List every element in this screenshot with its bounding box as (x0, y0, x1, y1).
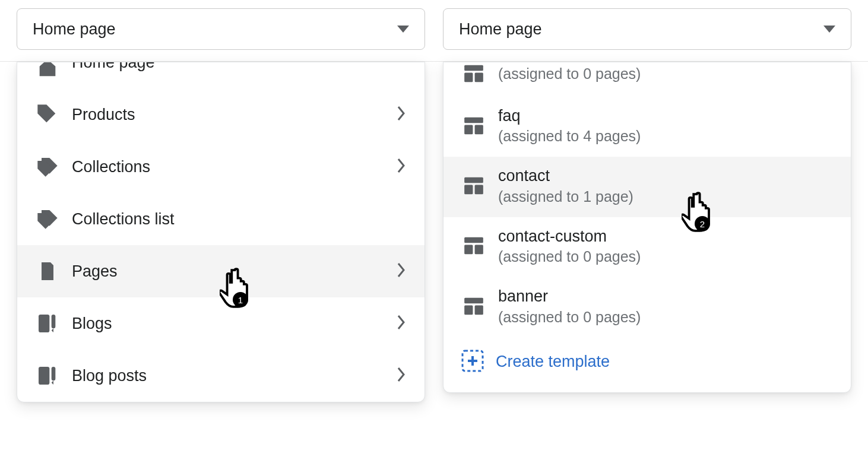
tag-icon (35, 103, 60, 126)
caret-down-icon (823, 26, 835, 33)
template-subtitle: (assigned to 1 page) (498, 188, 633, 205)
menu-item-label: Pages (72, 262, 384, 281)
menu-item-label: Blog posts (72, 367, 384, 385)
left-selector-label: Home page (33, 20, 116, 39)
menu-item-collections_list[interactable]: Collections list (17, 193, 425, 245)
template-text: (assigned to 0 pages) (498, 65, 641, 82)
layout-icon (461, 295, 486, 318)
layout-icon (461, 174, 486, 197)
chevron-right-icon (396, 366, 407, 385)
chevron-right-icon (396, 105, 407, 124)
blog-icon (35, 364, 60, 388)
template-item-t0[interactable]: (assigned to 0 pages) (443, 62, 851, 97)
template-subtitle: (assigned to 0 pages) (498, 309, 641, 326)
template-name: banner (498, 287, 641, 306)
menu-item-collections[interactable]: Collections (17, 141, 425, 193)
layout-icon (461, 62, 486, 85)
menu-item-label: Collections list (72, 210, 407, 229)
layout-icon (461, 234, 486, 257)
template-name: faq (498, 106, 641, 125)
left-column: Home page Home pageProductsCollectionsCo… (17, 8, 425, 50)
left-template-selector[interactable]: Home page (17, 8, 425, 50)
menu-item-blog_posts[interactable]: Blog posts (17, 350, 425, 402)
file-icon (35, 259, 60, 283)
right-column: Home page (assigned to 0 pages)faq(assig… (443, 8, 851, 50)
tags-icon (35, 155, 60, 179)
template-item-cc[interactable]: contact-custom(assigned to 0 pages) (443, 217, 851, 277)
template-name: contact-custom (498, 227, 641, 246)
template-text: faq(assigned to 4 pages) (498, 106, 641, 145)
tags-icon (35, 207, 60, 231)
menu-item-blogs[interactable]: Blogs (17, 297, 425, 350)
menu-item-label: Blogs (72, 315, 384, 333)
template-item-faq[interactable]: faq(assigned to 4 pages) (443, 97, 851, 157)
template-subtitle: (assigned to 0 pages) (498, 65, 641, 82)
template-text: banner(assigned to 0 pages) (498, 287, 641, 325)
chevron-right-icon (396, 262, 407, 281)
menu-item-label: Collections (72, 158, 384, 176)
left-dropdown-panel: Home pageProductsCollectionsCollections … (17, 62, 425, 402)
right-template-selector[interactable]: Home page (443, 8, 851, 50)
menu-item-home[interactable]: Home page (17, 62, 425, 88)
template-subtitle: (assigned to 4 pages) (498, 128, 641, 145)
selector-row: Home page Home pageProductsCollectionsCo… (0, 0, 868, 62)
create-template-label: Create template (496, 353, 610, 371)
chevron-right-icon (396, 157, 407, 176)
layout-icon (461, 115, 486, 137)
template-text: contact-custom(assigned to 0 pages) (498, 227, 641, 265)
caret-down-icon (397, 26, 409, 33)
create-template-button[interactable]: Create template (443, 338, 851, 392)
template-item-cont[interactable]: contact(assigned to 1 page) (443, 157, 851, 217)
template-name: contact (498, 166, 633, 185)
template-item-ban[interactable]: banner(assigned to 0 pages) (443, 277, 851, 337)
add-template-icon (461, 350, 484, 375)
menu-item-label: Home page (72, 62, 407, 72)
menu-item-label: Products (72, 106, 384, 124)
menu-item-products[interactable]: Products (17, 88, 425, 141)
blog-icon (35, 312, 60, 335)
menu-item-pages[interactable]: Pages (17, 245, 425, 297)
template-subtitle: (assigned to 0 pages) (498, 248, 641, 265)
home-icon (35, 62, 60, 80)
right-selector-label: Home page (459, 20, 542, 39)
template-text: contact(assigned to 1 page) (498, 166, 633, 205)
right-dropdown-panel: (assigned to 0 pages)faq(assigned to 4 p… (443, 62, 851, 393)
chevron-right-icon (396, 314, 407, 333)
